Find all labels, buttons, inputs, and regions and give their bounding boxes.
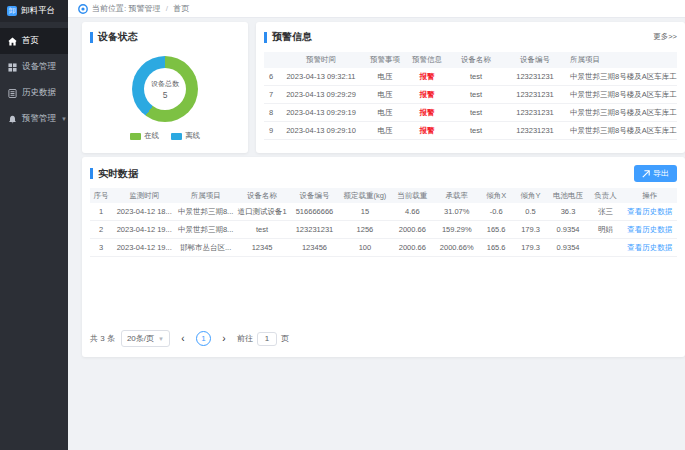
chart-legend: 在线 离线: [130, 131, 200, 141]
view-history-link[interactable]: 查看历史数据: [623, 243, 677, 253]
prev-page-button[interactable]: ‹: [176, 332, 190, 346]
alarm-badge: 报警: [406, 108, 448, 118]
goto-page: 前往 页: [237, 332, 289, 346]
next-page-button[interactable]: ›: [217, 332, 231, 346]
title-accent-bar: [90, 32, 93, 43]
breadcrumb-separator: /: [166, 4, 168, 13]
device-status-card: 设备状态 设备总数 5 在线 离线: [82, 22, 248, 153]
alarm-badge: 报警: [406, 126, 448, 136]
realtime-header: 实时数据 导出: [82, 157, 685, 186]
home-icon: [8, 37, 17, 46]
warning-table-row: 6 2023-04-13 09:32:11 电压 报警 test 1232312…: [264, 68, 677, 86]
realtime-table-row: 3 2023-04-12 19... 邯郸市丛台区... 12345 12345…: [90, 239, 677, 257]
col-warning-info: 预警信息: [406, 55, 448, 65]
realtime-data-card: 实时数据 导出 序号 监测时间 所属项目 设备名称 设备编号 额定载重(kg) …: [82, 157, 685, 357]
sidebar-item-label: 设备管理: [22, 61, 56, 73]
col-owner: 负责人: [588, 191, 622, 201]
export-icon: [642, 170, 650, 178]
page-size-value: 20条/页: [127, 333, 154, 344]
donut-center-label: 设备总数: [151, 79, 179, 89]
alarm-badge: 报警: [406, 72, 448, 82]
device-status-title: 设备状态: [98, 30, 138, 44]
sidebar-item-history[interactable]: 历史数据: [0, 80, 68, 106]
col-tilt-y: 倾角Y: [513, 191, 547, 201]
logo-icon: 卸: [7, 6, 17, 16]
sidebar-item-label: 预警管理: [22, 113, 56, 125]
warning-table-row: 7 2023-04-13 09:29:29 电压 报警 test 1232312…: [264, 86, 677, 104]
title-accent-bar: [264, 32, 267, 43]
sidebar-item-label: 历史数据: [22, 87, 56, 99]
warning-table-row: 9 2023-04-13 09:29:10 电压 报警 test 1232312…: [264, 122, 677, 140]
col-project: 所属项目: [566, 55, 677, 65]
col-rated-load: 额定载重(kg): [340, 191, 390, 201]
legend-item-offline: 离线: [171, 131, 200, 141]
legend-swatch-offline: [171, 133, 182, 140]
export-button[interactable]: 导出: [634, 165, 677, 182]
col-warning-item: 预警事项: [364, 55, 406, 65]
history-doc-icon: [8, 89, 17, 98]
col-load-rate: 承载率: [435, 191, 479, 201]
chevron-down-icon: ▼: [61, 116, 67, 122]
realtime-table-header: 序号 监测时间 所属项目 设备名称 设备编号 额定载重(kg) 当前载重 承载率…: [90, 188, 677, 203]
view-history-link[interactable]: 查看历史数据: [623, 225, 677, 235]
device-grid-icon: [8, 63, 17, 72]
location-icon: [78, 4, 88, 14]
app-title: 卸料平台: [21, 5, 55, 17]
chevron-down-icon: ▼: [158, 336, 164, 342]
col-device-code: 设备编号: [289, 191, 339, 201]
warning-info-title: 预警信息: [272, 30, 312, 44]
sidebar-item-home[interactable]: 首页: [0, 28, 68, 54]
alarm-bell-icon: [8, 115, 17, 124]
donut-center-value: 5: [163, 90, 168, 100]
sidebar-item-label: 首页: [22, 35, 39, 47]
donut-center: 设备总数 5: [144, 68, 186, 110]
legend-item-online: 在线: [130, 131, 159, 141]
pagination-total: 共 3 条: [90, 333, 115, 344]
warning-more-link[interactable]: 更多>>: [653, 32, 677, 42]
breadcrumb: 当前位置: 预警管理 / 首页: [92, 3, 189, 14]
col-device-name: 设备名称: [448, 55, 504, 65]
realtime-table-row: 1 2023-04-12 18... 中景世邦三期8... 道口测试设备1 51…: [90, 203, 677, 221]
warning-table: 预警时间 预警事项 预警信息 设备名称 设备编号 所属项目 6 2023-04-…: [264, 52, 677, 140]
sidebar: 卸 卸料平台 首页 设备管理 历史数据 预警管理 ▼: [0, 0, 68, 450]
breadcrumb-section[interactable]: 预警管理: [128, 4, 160, 13]
col-warning-time: 预警时间: [278, 55, 364, 65]
col-device-code: 设备编号: [504, 55, 566, 65]
breadcrumb-page[interactable]: 首页: [173, 4, 189, 13]
legend-label-online: 在线: [144, 131, 159, 141]
app-logo: 卸 卸料平台: [0, 0, 68, 22]
goto-prefix: 前往: [237, 333, 253, 344]
col-current-load: 当前载重: [390, 191, 434, 201]
page-size-select[interactable]: 20条/页 ▼: [121, 330, 170, 347]
goto-page-input[interactable]: [257, 332, 277, 346]
current-page-button[interactable]: 1: [196, 331, 211, 346]
warning-table-row: 8 2023-04-13 09:29:19 电压 报警 test 1232312…: [264, 104, 677, 122]
title-accent-bar: [90, 168, 93, 179]
realtime-table: 序号 监测时间 所属项目 设备名称 设备编号 额定载重(kg) 当前载重 承载率…: [90, 188, 677, 257]
warning-info-header: 预警信息 更多>>: [256, 22, 685, 48]
sidebar-menu: 首页 设备管理 历史数据 预警管理 ▼: [0, 22, 68, 132]
realtime-title: 实时数据: [98, 167, 138, 181]
col-index: 序号: [90, 191, 112, 201]
col-project: 所属项目: [176, 191, 234, 201]
col-actions: 操作: [623, 191, 677, 201]
sidebar-item-warnings[interactable]: 预警管理 ▼: [0, 106, 68, 132]
export-label: 导出: [653, 168, 669, 179]
pagination: 共 3 条 20条/页 ▼ ‹ 1 › 前往 页: [90, 330, 289, 347]
alarm-badge: 报警: [406, 90, 448, 100]
goto-suffix: 页: [281, 333, 289, 344]
sidebar-item-devices[interactable]: 设备管理: [0, 54, 68, 80]
legend-label-offline: 离线: [185, 131, 200, 141]
realtime-table-row: 2 2023-04-12 19... 中景世邦三期8... test 12323…: [90, 221, 677, 239]
col-tilt-x: 倾角X: [479, 191, 513, 201]
topbar: 当前位置: 预警管理 / 首页: [68, 0, 685, 18]
device-status-header: 设备状态: [82, 22, 248, 48]
col-device-name: 设备名称: [235, 191, 289, 201]
device-status-chart: 设备总数 5 在线 离线: [82, 48, 248, 141]
warning-info-card: 预警信息 更多>> 预警时间 预警事项 预警信息 设备名称 设备编号 所属项目 …: [256, 22, 685, 153]
col-battery: 电池电压: [548, 191, 588, 201]
legend-swatch-online: [130, 133, 141, 140]
warning-table-header: 预警时间 预警事项 预警信息 设备名称 设备编号 所属项目: [264, 52, 677, 68]
view-history-link[interactable]: 查看历史数据: [623, 207, 677, 217]
breadcrumb-prefix: 当前位置:: [92, 4, 126, 13]
